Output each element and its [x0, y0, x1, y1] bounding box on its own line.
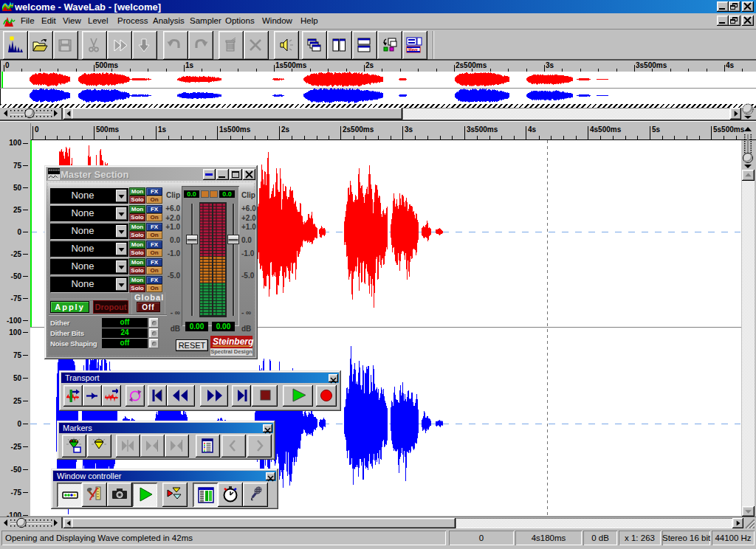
- svg-text:Wave: Wave: [408, 47, 418, 52]
